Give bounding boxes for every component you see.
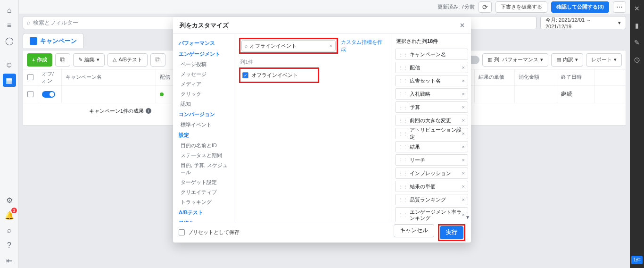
cat-abtest[interactable]: A/Bテスト — [173, 207, 234, 218]
selected-item[interactable]: ⋮⋮広告セット名× — [395, 75, 468, 86]
column-search-input[interactable]: ⌕ オフラインイベント × — [241, 40, 336, 51]
sub-item[interactable]: メッセージ — [173, 69, 234, 79]
remove-icon[interactable]: × — [462, 104, 465, 110]
cancel-button[interactable]: キャンセル — [394, 224, 434, 237]
th-onoff[interactable]: オフ/オン — [38, 69, 62, 85]
count-badge: 1件 — [631, 256, 643, 264]
status-dot — [160, 92, 164, 96]
clear-icon[interactable]: × — [329, 43, 332, 49]
home-icon[interactable]: ⌂ — [3, 4, 16, 17]
search-placeholder: 検索とフィルター — [33, 19, 78, 27]
execute-button[interactable]: 実行 — [440, 226, 463, 239]
tab-label: キャンペーン — [40, 37, 77, 45]
remove-icon[interactable]: × — [462, 91, 465, 97]
cat-engagement[interactable]: エンゲージメント — [173, 49, 234, 59]
sub-item[interactable]: 目的, 予算, スケジュール — [173, 160, 234, 177]
date-range[interactable]: 今月: 2021/12/01 ～ 2021/12/19 ▾ — [540, 16, 626, 29]
selected-item[interactable]: ⋮⋮インプレッション× — [395, 168, 468, 179]
th-spend[interactable]: 消化金額 — [515, 69, 557, 85]
selected-item[interactable]: ⋮⋮キャンペーン名 — [395, 49, 468, 60]
create-button[interactable]: + 作成 — [27, 53, 52, 67]
status-text: 更新済み: 7分前 — [438, 3, 474, 10]
remove-icon[interactable]: × — [462, 117, 465, 123]
bell-icon[interactable]: 🔔 — [3, 209, 16, 222]
sub-item[interactable]: トラッキング — [173, 197, 234, 207]
selected-item[interactable]: ⋮⋮アトリビューション設定× — [395, 128, 468, 139]
checkbox-all[interactable] — [27, 74, 33, 80]
checkbox-checked[interactable]: ✓ — [242, 72, 248, 78]
th-name[interactable]: キャンペーン名 — [62, 69, 156, 85]
copy-button[interactable]: ⿻ — [150, 53, 165, 67]
sub-item[interactable]: 目的の名前とID — [173, 141, 234, 151]
selected-item[interactable]: ⋮⋮結果の単価× — [395, 181, 468, 192]
selected-item[interactable]: ⋮⋮配信× — [395, 62, 468, 73]
highlight-result: ✓ オフラインイベント — [239, 67, 319, 83]
cat-conversion[interactable]: コンバージョン — [173, 109, 234, 120]
edit-icon[interactable]: ✎ — [630, 36, 644, 49]
checkbox-row[interactable] — [27, 91, 33, 97]
result-count: 列1件 — [240, 59, 386, 66]
selected-item[interactable]: ⋮⋮結果× — [395, 141, 468, 152]
remove-icon[interactable]: × — [462, 144, 465, 150]
search-icon[interactable]: ⌕ — [3, 224, 16, 237]
discard-button[interactable]: 下書きを破棄する — [495, 1, 547, 13]
close-panel-icon[interactable]: ✕ — [630, 2, 644, 15]
refresh-button[interactable]: ⟳ — [479, 1, 492, 13]
selected-item[interactable]: ⋮⋮リーチ× — [395, 154, 468, 166]
cat-performance[interactable]: パフォーマンス — [173, 38, 234, 49]
remove-icon[interactable]: × — [462, 170, 465, 176]
selected-item[interactable]: ⋮⋮品質ランキング× — [395, 194, 468, 205]
sub-item[interactable]: クリック — [173, 89, 234, 99]
sub-item[interactable]: ページ投稿 — [173, 59, 234, 69]
report-button[interactable]: レポート ▾ — [586, 53, 622, 67]
breakdown-button[interactable]: ▤ 内訳 ▾ — [551, 53, 583, 67]
selected-item[interactable]: ⋮⋮入札戦略× — [395, 88, 468, 100]
chevron-down-icon[interactable]: ▼ — [465, 215, 470, 220]
close-icon[interactable]: × — [460, 21, 464, 30]
avatar-icon[interactable]: ◯ — [3, 34, 16, 47]
th-end[interactable]: 終了日時 — [557, 69, 595, 85]
preset-checkbox[interactable] — [179, 229, 185, 235]
abtest-button[interactable]: △ A/Bテスト — [107, 53, 148, 67]
cat-settings[interactable]: 設定 — [173, 130, 234, 141]
remove-icon[interactable]: × — [462, 78, 465, 84]
selected-item[interactable]: ⋮⋮エンゲージメント率ランキング× — [395, 207, 468, 222]
account-blank — [23, 3, 164, 11]
chart-icon[interactable]: ▮ — [630, 19, 644, 32]
remove-icon[interactable]: × — [462, 131, 465, 136]
custom-metric-link[interactable]: カスタム指標を作成 — [341, 39, 386, 53]
remove-icon[interactable]: × — [462, 157, 465, 163]
sub-item[interactable]: 認知 — [173, 99, 234, 109]
folder-icon — [30, 37, 37, 45]
th-unit[interactable]: 結果の単価 — [475, 69, 515, 85]
publish-button[interactable]: 確認して公開する(3) — [551, 1, 609, 13]
selected-item[interactable]: ⋮⋮前回の大きな変更× — [395, 115, 468, 126]
clock-icon[interactable]: ◷ — [630, 53, 644, 66]
help-icon[interactable]: ? — [3, 239, 16, 252]
sub-item[interactable]: ステータスと期間 — [173, 151, 234, 160]
cat-optimization[interactable]: 最適化 — [173, 218, 234, 222]
highlight-search: ⌕ オフラインイベント × — [239, 38, 338, 54]
tab-campaigns[interactable]: キャンペーン — [23, 33, 84, 48]
result-item[interactable]: ✓ オフラインイベント — [242, 72, 316, 79]
sub-item[interactable]: ターゲット設定 — [173, 177, 234, 187]
smile-icon[interactable]: ☺ — [3, 59, 16, 72]
remove-icon[interactable]: × — [462, 65, 465, 70]
remove-icon[interactable]: × — [462, 212, 465, 218]
search-icon: ⌕ — [245, 43, 248, 49]
gear-icon[interactable]: ⚙ — [3, 193, 16, 207]
duplicate-button[interactable]: ⿻ — [55, 53, 70, 67]
edit-button[interactable]: ✎ 編集 ▾ — [73, 53, 105, 67]
grid-icon[interactable]: ▦ — [3, 74, 16, 87]
more-button[interactable]: ⋯ — [613, 1, 626, 13]
selected-item[interactable]: ⋮⋮予算× — [395, 101, 468, 113]
remove-icon[interactable]: × — [462, 184, 465, 189]
remove-icon[interactable]: × — [462, 197, 465, 202]
sub-item[interactable]: クリエイティブ — [173, 187, 234, 197]
sub-item[interactable]: 標準イベント — [173, 120, 234, 130]
menu-icon[interactable]: ≡ — [3, 19, 16, 32]
toggle-on[interactable] — [42, 91, 55, 98]
columns-button[interactable]: ▥ 列: パフォーマンス ▾ — [482, 53, 548, 67]
collapse-icon[interactable]: ⇤ — [3, 254, 16, 267]
sub-item[interactable]: メディア — [173, 79, 234, 89]
